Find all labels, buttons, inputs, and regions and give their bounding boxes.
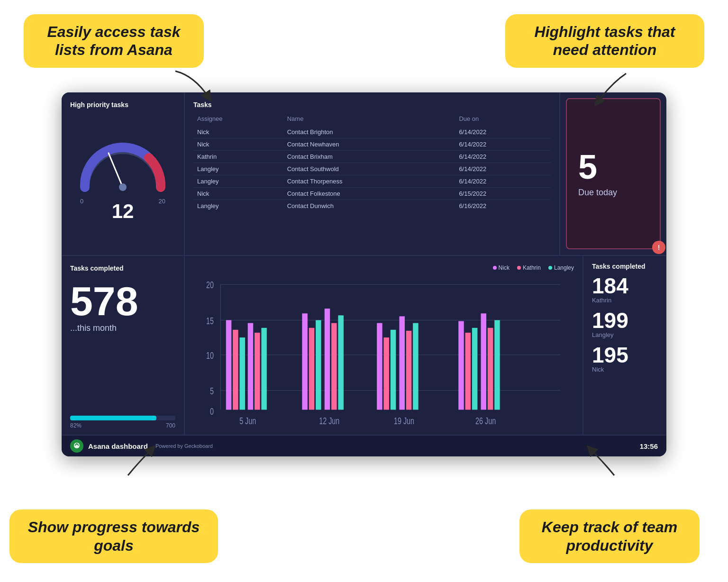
team-member-kathrin: 184 Kathrin: [592, 275, 658, 304]
svg-rect-28: [406, 331, 411, 410]
svg-line-0: [109, 153, 123, 187]
asana-logo-icon: [70, 439, 83, 453]
gauge-min: 0: [80, 198, 83, 205]
table-cell: Contact Newhaven: [283, 138, 455, 151]
svg-rect-34: [488, 328, 493, 410]
tasks-title: Tasks: [193, 101, 551, 109]
svg-rect-22: [331, 323, 337, 409]
legend-langley: Langley: [548, 264, 574, 271]
due-label: Due today: [578, 188, 617, 198]
gauge-panel: High priority tasks 0 20: [62, 92, 185, 255]
svg-rect-24: [377, 323, 382, 409]
progress-pct-label: 82%: [70, 422, 82, 429]
team-member-nick: 195 Nick: [592, 344, 658, 373]
table-cell: Nick: [193, 138, 283, 151]
table-row: NickContact Brighton6/14/2022: [193, 126, 551, 138]
bubble-top-left: Easily access task lists from Asana: [24, 14, 204, 68]
col-due: Due on: [455, 113, 551, 126]
table-cell: Contact Brixham: [283, 151, 455, 163]
svg-rect-17: [261, 328, 266, 410]
gauge-svg: [75, 140, 170, 197]
chart-panel: Nick Kathrin Langley 20 15 10 5 0: [185, 256, 583, 435]
bubble-top-right: Highlight tasks that need attention: [505, 14, 704, 68]
team-stats: Tasks completed 184 Kathrin 199 Langley …: [583, 256, 666, 435]
table-row: NickContact Folkestone6/15/2022: [193, 188, 551, 200]
table-row: KathrinContact Brixham6/14/2022: [193, 151, 551, 163]
legend-kathrin: Kathrin: [517, 264, 541, 271]
progress-bar-fill: [70, 416, 156, 420]
chart-legend: Nick Kathrin Langley: [193, 264, 574, 271]
table-row: LangleyContact Dunwich6/16/2022: [193, 200, 551, 212]
svg-text:10: 10: [206, 350, 214, 361]
progress-labels: 82% 700: [70, 422, 175, 429]
langley-number: 199: [592, 309, 658, 331]
table-cell: 6/15/2022: [455, 188, 551, 200]
table-cell: 6/14/2022: [455, 151, 551, 163]
bottom-row: Tasks completed 578 ...this month 82% 70…: [62, 256, 666, 435]
team-member-langley: 199 Langley: [592, 309, 658, 338]
bubble-bottom-left: Show progress towards goals: [9, 509, 218, 563]
svg-text:15: 15: [206, 315, 214, 326]
table-cell: Contact Folkestone: [283, 188, 455, 200]
svg-rect-27: [399, 316, 404, 409]
svg-rect-13: [233, 330, 238, 410]
table-cell: Nick: [193, 126, 283, 138]
col-assignee: Assignee: [193, 113, 283, 126]
completed-main: Tasks completed 578 ...this month 82% 70…: [62, 256, 185, 435]
svg-rect-25: [384, 337, 389, 409]
dashboard: High priority tasks 0 20: [62, 92, 666, 456]
svg-rect-30: [458, 321, 464, 409]
tasks-table: Assignee Name Due on NickContact Brighto…: [193, 113, 551, 212]
svg-text:5: 5: [210, 385, 214, 396]
top-row: High priority tasks 0 20: [62, 92, 666, 256]
svg-rect-16: [255, 333, 260, 410]
arrow-bl: [109, 440, 166, 478]
month-label: ...this month: [70, 323, 175, 333]
progress-bar-track: [70, 416, 175, 420]
footer-time: 13:56: [640, 442, 658, 450]
svg-rect-32: [472, 328, 477, 410]
table-cell: Langley: [193, 175, 283, 188]
team-stats-title: Tasks completed: [592, 263, 658, 270]
col-name: Name: [283, 113, 455, 126]
svg-rect-12: [226, 320, 231, 409]
svg-rect-33: [481, 313, 486, 409]
progress-goal: 700: [166, 422, 175, 429]
table-row: NickContact Newhaven6/14/2022: [193, 138, 551, 151]
svg-rect-29: [413, 323, 418, 409]
tasks-panel: Tasks Assignee Name Due on NickContact B…: [185, 92, 560, 255]
chart-area: 20 15 10 5 0: [193, 275, 574, 429]
svg-text:0: 0: [210, 406, 214, 417]
table-cell: 6/14/2022: [455, 138, 551, 151]
alert-badge: !: [652, 241, 665, 254]
svg-rect-14: [240, 337, 245, 409]
svg-text:26 Jun: 26 Jun: [475, 415, 496, 426]
svg-rect-31: [465, 333, 471, 410]
svg-rect-21: [325, 309, 330, 409]
svg-text:5 Jun: 5 Jun: [239, 415, 256, 426]
table-row: LangleyContact Southwold6/14/2022: [193, 163, 551, 175]
progress-bar-container: 82% 700: [70, 416, 175, 429]
nick-number: 195: [592, 344, 658, 366]
svg-rect-19: [309, 328, 314, 410]
table-cell: Contact Dunwich: [283, 200, 455, 212]
gauge-value: 12: [112, 200, 134, 223]
svg-text:12 Jun: 12 Jun: [319, 415, 339, 426]
completed-title: Tasks completed: [70, 264, 175, 272]
table-row: LangleyContact Thorpeness6/14/2022: [193, 175, 551, 188]
svg-rect-35: [494, 320, 500, 409]
due-today-panel: 5 Due today !: [566, 98, 661, 249]
bubble-bottom-right: Keep track of team productivity: [519, 509, 700, 563]
kathrin-number: 184: [592, 275, 658, 297]
completed-number: 578: [70, 281, 175, 321]
table-cell: 6/14/2022: [455, 163, 551, 175]
table-cell: Kathrin: [193, 151, 283, 163]
svg-rect-23: [338, 315, 343, 409]
table-cell: Contact Thorpeness: [283, 175, 455, 188]
chart-svg: 20 15 10 5 0: [193, 275, 574, 429]
gauge-max: 20: [159, 198, 165, 205]
svg-point-1: [119, 183, 127, 191]
table-cell: 6/16/2022: [455, 200, 551, 212]
svg-rect-20: [316, 320, 321, 409]
table-cell: Contact Southwold: [283, 163, 455, 175]
